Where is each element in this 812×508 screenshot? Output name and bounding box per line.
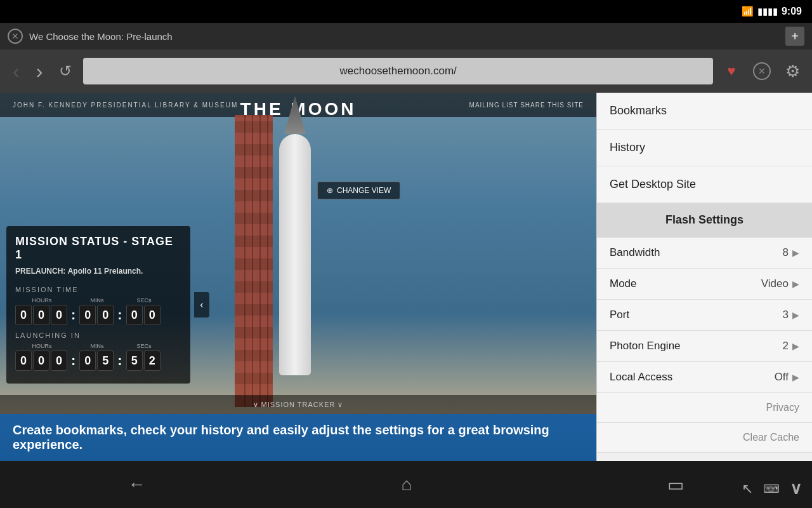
tab-title: We Choose the Moon: Pre-launch (29, 31, 173, 42)
mission-hour-0: 0 (15, 305, 32, 325)
launching-in-label: LAUNCHING IN (15, 331, 181, 339)
mission-hours: 0 0 0 (15, 305, 67, 325)
photon-engine-value-container: 2 ▶ (783, 340, 799, 352)
launch-time-display: 0 0 0 : 0 5 : 5 2 (15, 351, 181, 371)
url-bar[interactable]: wechoosethemoon.com/ (83, 58, 713, 84)
prelaunch-value: Apollo 11 Prelaunch. (68, 267, 143, 276)
change-view-icon: ⊕ (327, 186, 333, 195)
flash-settings-label: Flash Settings (665, 213, 743, 226)
photon-engine-arrow: ▶ (792, 341, 799, 351)
mission-title: MISSION STATUS - STAGE 1 (15, 235, 181, 262)
photon-engine-value: 2 (783, 340, 789, 352)
settings-button[interactable]: ⚙ (780, 59, 804, 83)
nav-back-button[interactable]: ← (109, 468, 165, 501)
refresh-button[interactable]: ↺ (54, 60, 77, 83)
back-button[interactable]: ‹ (8, 57, 25, 86)
stop-button[interactable]: ✕ (750, 59, 774, 83)
mode-label: Mode (610, 277, 637, 290)
collapse-panel-button[interactable]: ‹ (194, 292, 209, 318)
battery-icon: ▮▮▮▮ (757, 6, 778, 17)
wifi-icon: 📶 (742, 6, 754, 17)
gantry-tower (235, 115, 273, 407)
mode-value-container: Video ▶ (761, 277, 799, 290)
port-value-container: 3 ▶ (783, 309, 799, 321)
mission-sec-0: 0 (126, 305, 143, 325)
nav-recent-button[interactable]: ▭ (648, 468, 703, 502)
setting-row-mode[interactable]: Mode Video ▶ (597, 269, 812, 300)
chevron-down-icon[interactable]: ∨ (790, 479, 802, 498)
mission-min-0: 0 (79, 305, 96, 325)
menu-sub-item-privacy[interactable]: Privacy (597, 393, 812, 423)
stop-icon: ✕ (753, 62, 771, 80)
launch-min-1: 5 (97, 351, 114, 371)
local-access-arrow: ▶ (792, 372, 799, 382)
keyboard-icon[interactable]: ⌨ (763, 482, 780, 496)
launch-secs-label: SECs (126, 343, 162, 349)
menu-item-bookmarks[interactable]: Bookmarks (597, 93, 812, 130)
mission-hour-1: 0 (33, 305, 49, 325)
setting-row-port[interactable]: Port 3 ▶ (597, 300, 812, 331)
mission-tracker-bar[interactable]: ∨ MISSION TRACKER ∨ (0, 395, 596, 414)
hours-label: HOURs (15, 297, 69, 304)
favorite-button[interactable]: ♥ (719, 59, 743, 83)
change-view-button[interactable]: ⊕ CHANGE VIEW (317, 182, 400, 199)
dropdown-menu: Bookmarks History Get Desktop Site Flash… (596, 93, 812, 461)
new-tab-button[interactable]: + (785, 27, 804, 46)
prelaunch-label: PRELAUNCH: (15, 267, 65, 276)
launch-min-0: 0 (79, 351, 96, 371)
mode-arrow: ▶ (792, 279, 799, 289)
menu-sub-item-clear-cache[interactable]: Clear Cache (597, 423, 812, 453)
status-bar: 📶 ▮▮▮▮ 9:09 (0, 0, 812, 23)
bottom-right-icons: ↖ ⌨ ∨ (742, 479, 802, 498)
mission-sec-1: 0 (144, 305, 160, 325)
bandwidth-value-container: 8 ▶ (783, 246, 799, 259)
mission-hour-2: 0 (51, 305, 67, 325)
main-content: JOHN F. KENNEDY PRESIDENTIAL LIBRARY & M… (0, 93, 812, 461)
privacy-label: Privacy (766, 402, 799, 413)
launch-hour-2: 0 (51, 351, 67, 371)
port-value: 3 (783, 309, 789, 321)
setting-row-bandwidth[interactable]: Bandwidth 8 ▶ (597, 237, 812, 269)
mission-min-1: 0 (97, 305, 114, 325)
title-bar: ✕ We Choose the Moon: Pre-launch + (0, 23, 812, 50)
header-links[interactable]: MAILING LIST SHARE THIS SITE (469, 102, 584, 109)
bandwidth-arrow: ▶ (792, 248, 799, 258)
mins-label: MINs (79, 297, 115, 304)
cursor-icon[interactable]: ↖ (742, 481, 753, 497)
browser-chrome: ✕ We Choose the Moon: Pre-launch + ‹ › ↺… (0, 23, 812, 93)
heart-icon: ♥ (727, 63, 735, 79)
history-label: History (610, 141, 645, 154)
banner-text: Create bookmarks, check your history and… (13, 423, 584, 452)
bottom-nav: ← ⌂ ▭ ↖ ⌨ ∨ (0, 461, 812, 508)
photon-engine-label: Photon Engine (610, 340, 681, 352)
secs-label: SECs (126, 297, 162, 304)
gear-icon: ⚙ (785, 62, 800, 81)
website-content: JOHN F. KENNEDY PRESIDENTIAL LIBRARY & M… (0, 93, 596, 461)
mission-secs: 0 0 (126, 305, 160, 325)
jfk-library-label: JOHN F. KENNEDY PRESIDENTIAL LIBRARY & M… (13, 102, 238, 109)
launch-mins-label: MINs (79, 343, 115, 349)
forward-button[interactable]: › (31, 57, 48, 86)
rocket-body (279, 134, 311, 375)
menu-item-history[interactable]: History (597, 130, 812, 166)
port-arrow: ▶ (792, 310, 799, 320)
launch-structure (228, 115, 355, 420)
bottom-banner: Create bookmarks, check your history and… (0, 414, 596, 461)
close-tab-button[interactable]: ✕ (8, 29, 23, 44)
setting-row-local-access[interactable]: Local Access Off ▶ (597, 362, 812, 393)
plus-icon: + (791, 29, 799, 44)
close-icon: ✕ (11, 31, 19, 41)
local-access-value-container: Off ▶ (775, 371, 799, 384)
mission-time-display: 0 0 0 : 0 0 : 0 0 (15, 305, 181, 325)
local-access-value: Off (775, 371, 789, 384)
url-text: wechoosethemoon.com/ (340, 65, 457, 77)
setting-row-photon-engine[interactable]: Photon Engine 2 ▶ (597, 331, 812, 362)
nav-home-button[interactable]: ⌂ (383, 468, 431, 501)
port-label: Port (610, 309, 629, 321)
time-colon-2: : (116, 307, 123, 323)
menu-item-desktop-site[interactable]: Get Desktop Site (597, 166, 812, 203)
time-colon-1: : (70, 307, 77, 323)
launch-sec-0: 5 (126, 351, 143, 371)
mission-mins: 0 0 (79, 305, 114, 325)
local-access-label: Local Access (610, 371, 672, 384)
